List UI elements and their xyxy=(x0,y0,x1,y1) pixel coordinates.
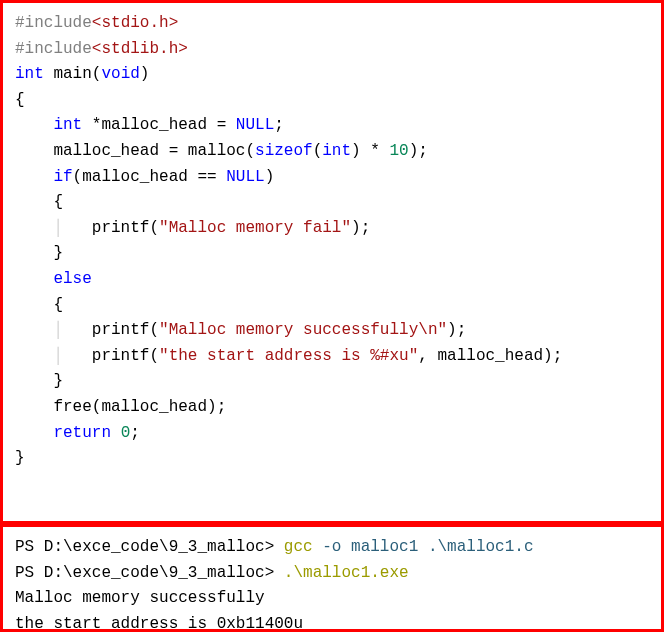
semi: ; xyxy=(274,116,284,134)
code-editor-panel: #include<stdio.h> #include<stdlib.h> int… xyxy=(0,0,664,524)
kw-else: else xyxy=(53,270,91,288)
code-line-13: │ printf("Malloc memory successfully\n")… xyxy=(15,321,466,339)
code-line-12: { xyxy=(15,296,63,314)
indent xyxy=(15,168,53,186)
indent xyxy=(15,193,53,211)
pp-hash: # xyxy=(15,40,25,58)
code-line-14: │ printf("the start address is %#xu", ma… xyxy=(15,347,562,365)
punct: ); xyxy=(447,321,466,339)
terminal-panel: PS D:\exce_code\9_3_malloc> gcc -o mallo… xyxy=(0,524,664,632)
indent xyxy=(15,219,53,237)
code-line-10: } xyxy=(15,244,63,262)
string: "Malloc memory fail" xyxy=(159,219,351,237)
code-line-1: #include<stdio.h> xyxy=(15,14,178,32)
pp-hash: # xyxy=(15,14,25,32)
terminal-line-1: PS D:\exce_code\9_3_malloc> gcc -o mallo… xyxy=(15,538,534,556)
indent xyxy=(15,270,53,288)
indent xyxy=(15,116,53,134)
expr: ) * xyxy=(351,142,389,160)
pp-include: include xyxy=(25,40,92,58)
call: printf( xyxy=(92,219,159,237)
indent xyxy=(15,296,53,314)
angle-close: > xyxy=(178,40,188,58)
command-args: -o malloc1 .\malloc1.c xyxy=(313,538,534,556)
paren: ) xyxy=(265,168,275,186)
brace: } xyxy=(53,372,63,390)
angle-open: < xyxy=(92,14,102,32)
indent xyxy=(15,321,53,339)
header-name: stdlib.h xyxy=(101,40,178,58)
pp-include: include xyxy=(25,14,92,32)
brace: { xyxy=(53,296,63,314)
string: "the start address is %#xu" xyxy=(159,347,418,365)
indent xyxy=(15,372,53,390)
kw-int: int xyxy=(53,116,82,134)
code-line-17: return 0; xyxy=(15,424,140,442)
brace-close: } xyxy=(15,449,25,467)
indent xyxy=(15,424,53,442)
angle-close: > xyxy=(169,14,179,32)
code-line-2: #include<stdlib.h> xyxy=(15,40,188,58)
punct: ); xyxy=(351,219,370,237)
paren-close: ) xyxy=(140,65,150,83)
angle-open: < xyxy=(92,40,102,58)
indent xyxy=(15,347,53,365)
kw-int: int xyxy=(15,65,44,83)
code-line-15: } xyxy=(15,372,63,390)
id-main: main xyxy=(44,65,92,83)
header-name: stdio.h xyxy=(101,14,168,32)
args: , malloc_head); xyxy=(418,347,562,365)
kw-null: NULL xyxy=(236,116,274,134)
space xyxy=(111,424,121,442)
indent-guide: │ xyxy=(53,219,91,237)
semi: ; xyxy=(130,424,140,442)
code-line-11: else xyxy=(15,270,92,288)
indent xyxy=(15,244,53,262)
kw-sizeof: sizeof xyxy=(255,142,313,160)
kw-null: NULL xyxy=(226,168,264,186)
code-line-9: │ printf("Malloc memory fail"); xyxy=(15,219,370,237)
punct: ); xyxy=(409,142,428,160)
brace-open: { xyxy=(15,91,25,109)
kw-void: void xyxy=(101,65,139,83)
kw-int: int xyxy=(322,142,351,160)
indent xyxy=(15,398,53,416)
terminal-output: the start address is 0xb11400u xyxy=(15,615,303,632)
call: printf( xyxy=(92,347,159,365)
expr: malloc_head = malloc( xyxy=(53,142,255,160)
terminal-line-2: PS D:\exce_code\9_3_malloc> .\malloc1.ex… xyxy=(15,564,409,582)
command: .\malloc1.exe xyxy=(284,564,409,582)
kw-if: if xyxy=(53,168,72,186)
call: printf( xyxy=(92,321,159,339)
paren-open: ( xyxy=(92,65,102,83)
prompt: PS D:\exce_code\9_3_malloc> xyxy=(15,538,284,556)
terminal-output: Malloc memory successfully xyxy=(15,589,265,607)
code-line-3: int main(void) xyxy=(15,65,149,83)
code-line-8: { xyxy=(15,193,63,211)
code-line-16: free(malloc_head); xyxy=(15,398,226,416)
code-line-6: malloc_head = malloc(sizeof(int) * 10); xyxy=(15,142,428,160)
brace: { xyxy=(53,193,63,211)
num: 10 xyxy=(389,142,408,160)
decl: *malloc_head = xyxy=(82,116,236,134)
code-line-5: int *malloc_head = NULL; xyxy=(15,116,284,134)
indent-guide: │ xyxy=(53,347,91,365)
stmt: free(malloc_head); xyxy=(53,398,226,416)
prompt: PS D:\exce_code\9_3_malloc> xyxy=(15,564,284,582)
string: "Malloc memory successfully\n" xyxy=(159,321,447,339)
kw-return: return xyxy=(53,424,111,442)
code-line-7: if(malloc_head == NULL) xyxy=(15,168,274,186)
num: 0 xyxy=(121,424,131,442)
screenshot-container: #include<stdio.h> #include<stdlib.h> int… xyxy=(0,0,664,632)
paren: ( xyxy=(313,142,323,160)
indent xyxy=(15,142,53,160)
indent-guide: │ xyxy=(53,321,91,339)
expr: (malloc_head == xyxy=(73,168,227,186)
command: gcc xyxy=(284,538,313,556)
brace: } xyxy=(53,244,63,262)
